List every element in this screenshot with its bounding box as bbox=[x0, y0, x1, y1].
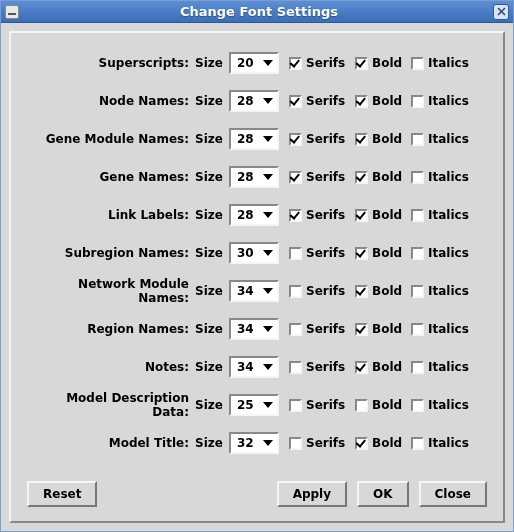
bold-checkbox[interactable]: Bold bbox=[355, 170, 411, 184]
serifs-label: Serifs bbox=[306, 360, 345, 374]
bold-label: Bold bbox=[372, 436, 402, 450]
size-value: 34 bbox=[237, 360, 261, 374]
reset-button[interactable]: Reset bbox=[27, 481, 97, 507]
italics-checkbox[interactable]: Italics bbox=[411, 436, 471, 450]
italics-checkbox[interactable]: Italics bbox=[411, 284, 471, 298]
checkbox-box bbox=[411, 323, 424, 336]
font-row: Link Labels:Size28SerifsBoldItalics bbox=[27, 203, 487, 227]
bold-checkbox[interactable]: Bold bbox=[355, 132, 411, 146]
row-label: Region Names: bbox=[27, 322, 195, 336]
italics-checkbox[interactable]: Italics bbox=[411, 208, 471, 222]
checkbox-box bbox=[355, 437, 368, 450]
size-combo[interactable]: 34 bbox=[229, 318, 279, 340]
chevron-down-icon bbox=[263, 364, 273, 370]
checkbox-box bbox=[411, 171, 424, 184]
serifs-checkbox[interactable]: Serifs bbox=[289, 170, 355, 184]
size-label: Size bbox=[195, 170, 229, 184]
svg-marker-4 bbox=[263, 136, 273, 142]
italics-checkbox[interactable]: Italics bbox=[411, 398, 471, 412]
serifs-checkbox[interactable]: Serifs bbox=[289, 208, 355, 222]
size-value: 25 bbox=[237, 398, 261, 412]
bold-checkbox[interactable]: Bold bbox=[355, 56, 411, 70]
size-combo[interactable]: 30 bbox=[229, 242, 279, 264]
serifs-checkbox[interactable]: Serifs bbox=[289, 360, 355, 374]
bold-label: Bold bbox=[372, 398, 402, 412]
font-row: Gene Names:Size28SerifsBoldItalics bbox=[27, 165, 487, 189]
serifs-checkbox[interactable]: Serifs bbox=[289, 56, 355, 70]
row-label: Network Module Names: bbox=[27, 277, 195, 305]
serifs-label: Serifs bbox=[306, 132, 345, 146]
bold-label: Bold bbox=[372, 94, 402, 108]
checkbox-box bbox=[355, 171, 368, 184]
bold-checkbox[interactable]: Bold bbox=[355, 94, 411, 108]
checkbox-box bbox=[411, 209, 424, 222]
italics-label: Italics bbox=[428, 56, 469, 70]
checkbox-box bbox=[289, 323, 302, 336]
italics-checkbox[interactable]: Italics bbox=[411, 246, 471, 260]
size-value: 28 bbox=[237, 132, 261, 146]
size-combo[interactable]: 28 bbox=[229, 166, 279, 188]
italics-checkbox[interactable]: Italics bbox=[411, 360, 471, 374]
window-menu-icon[interactable] bbox=[5, 5, 19, 19]
chevron-down-icon bbox=[263, 212, 273, 218]
svg-marker-2 bbox=[263, 60, 273, 66]
chevron-down-icon bbox=[263, 98, 273, 104]
bold-checkbox[interactable]: Bold bbox=[355, 208, 411, 222]
bold-label: Bold bbox=[372, 360, 402, 374]
italics-checkbox[interactable]: Italics bbox=[411, 322, 471, 336]
serifs-checkbox[interactable]: Serifs bbox=[289, 132, 355, 146]
checkbox-box bbox=[411, 133, 424, 146]
serifs-checkbox[interactable]: Serifs bbox=[289, 284, 355, 298]
bold-label: Bold bbox=[372, 132, 402, 146]
size-combo[interactable]: 34 bbox=[229, 356, 279, 378]
size-combo[interactable]: 25 bbox=[229, 394, 279, 416]
svg-marker-12 bbox=[263, 440, 273, 446]
serifs-checkbox[interactable]: Serifs bbox=[289, 246, 355, 260]
size-value: 34 bbox=[237, 284, 261, 298]
size-combo[interactable]: 28 bbox=[229, 128, 279, 150]
row-label: Notes: bbox=[27, 360, 195, 374]
chevron-down-icon bbox=[263, 402, 273, 408]
svg-marker-11 bbox=[263, 402, 273, 408]
svg-marker-7 bbox=[263, 250, 273, 256]
size-value: 28 bbox=[237, 94, 261, 108]
bold-label: Bold bbox=[372, 246, 402, 260]
italics-checkbox[interactable]: Italics bbox=[411, 132, 471, 146]
checkbox-box bbox=[289, 399, 302, 412]
bold-checkbox[interactable]: Bold bbox=[355, 436, 411, 450]
apply-button[interactable]: Apply bbox=[277, 481, 347, 507]
serifs-checkbox[interactable]: Serifs bbox=[289, 436, 355, 450]
dialog-window: Change Font Settings Superscripts:Size20… bbox=[0, 0, 514, 532]
size-label: Size bbox=[195, 94, 229, 108]
size-combo[interactable]: 28 bbox=[229, 204, 279, 226]
close-button[interactable]: Close bbox=[419, 481, 487, 507]
serifs-checkbox[interactable]: Serifs bbox=[289, 94, 355, 108]
bold-checkbox[interactable]: Bold bbox=[355, 322, 411, 336]
serifs-checkbox[interactable]: Serifs bbox=[289, 398, 355, 412]
bold-checkbox[interactable]: Bold bbox=[355, 284, 411, 298]
ok-button[interactable]: OK bbox=[357, 481, 409, 507]
italics-label: Italics bbox=[428, 170, 469, 184]
serifs-checkbox[interactable]: Serifs bbox=[289, 322, 355, 336]
window-close-button[interactable] bbox=[493, 4, 509, 20]
chevron-down-icon bbox=[263, 60, 273, 66]
size-combo[interactable]: 28 bbox=[229, 90, 279, 112]
italics-checkbox[interactable]: Italics bbox=[411, 94, 471, 108]
size-combo[interactable]: 32 bbox=[229, 432, 279, 454]
size-combo[interactable]: 20 bbox=[229, 52, 279, 74]
serifs-label: Serifs bbox=[306, 436, 345, 450]
serifs-label: Serifs bbox=[306, 284, 345, 298]
italics-checkbox[interactable]: Italics bbox=[411, 170, 471, 184]
button-bar: Reset Apply OK Close bbox=[27, 481, 487, 507]
row-label: Subregion Names: bbox=[27, 246, 195, 260]
size-combo[interactable]: 34 bbox=[229, 280, 279, 302]
italics-label: Italics bbox=[428, 322, 469, 336]
bold-checkbox[interactable]: Bold bbox=[355, 398, 411, 412]
bold-checkbox[interactable]: Bold bbox=[355, 246, 411, 260]
checkbox-box bbox=[355, 133, 368, 146]
size-label: Size bbox=[195, 208, 229, 222]
bold-checkbox[interactable]: Bold bbox=[355, 360, 411, 374]
client-area: Superscripts:Size20SerifsBoldItalicsNode… bbox=[1, 23, 513, 531]
italics-checkbox[interactable]: Italics bbox=[411, 56, 471, 70]
bold-label: Bold bbox=[372, 56, 402, 70]
